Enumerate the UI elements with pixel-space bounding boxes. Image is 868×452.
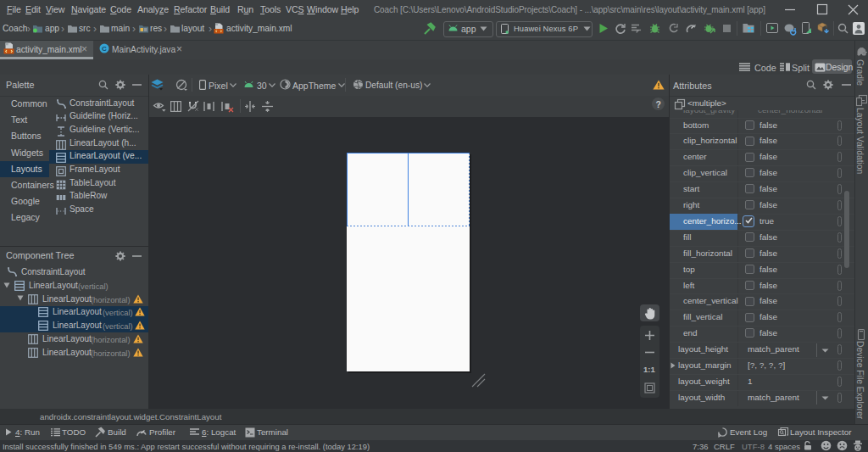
svg-text:C: C [102, 45, 107, 53]
